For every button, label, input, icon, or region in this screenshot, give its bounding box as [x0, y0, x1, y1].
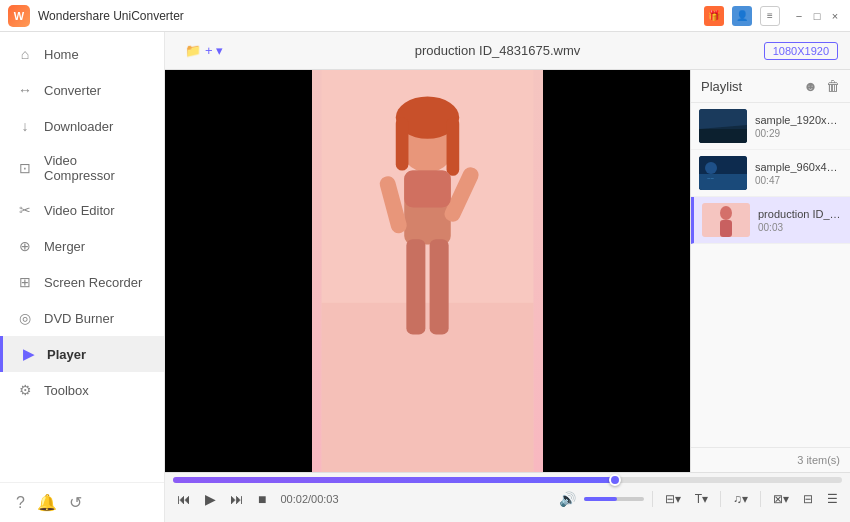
- minimize-button[interactable]: −: [792, 9, 806, 23]
- playlist-delete-icon[interactable]: 🗑: [826, 78, 840, 94]
- app-title: Wondershare UniConverter: [38, 9, 704, 23]
- svg-text:~~: ~~: [707, 175, 715, 181]
- svg-rect-21: [720, 220, 732, 237]
- divider-1: [652, 491, 653, 507]
- sidebar-nav: ⌂ Home ↔ Converter ↓ Downloader ⊡ Video …: [0, 32, 164, 482]
- sidebar-label-dvd-burner: DVD Burner: [44, 311, 114, 326]
- sidebar-item-screen-recorder[interactable]: ⊞ Screen Recorder: [0, 264, 164, 300]
- recorder-icon: ⊞: [16, 273, 34, 291]
- playlist-panel: Playlist ☻ 🗑: [690, 70, 850, 472]
- stop-button[interactable]: ■: [254, 489, 270, 509]
- merger-icon: ⊕: [16, 237, 34, 255]
- sidebar-item-home[interactable]: ⌂ Home: [0, 36, 164, 72]
- sidebar-item-player[interactable]: ▶ Player: [0, 336, 164, 372]
- playlist-title: Playlist: [701, 79, 742, 94]
- video-right-letterbox: [543, 70, 690, 472]
- user-icon[interactable]: 👤: [732, 6, 752, 26]
- svg-rect-12: [404, 171, 451, 208]
- player-controls: ⏮ ▶ ⏭ ■ 00:02/00:03 🔊 ⊟▾ T▾ ♫▾ ⊠▾: [165, 472, 850, 522]
- audio-button[interactable]: ♫▾: [729, 490, 752, 508]
- video-player[interactable]: [165, 70, 690, 472]
- progress-bar[interactable]: [173, 477, 842, 483]
- more-button[interactable]: ☰: [823, 490, 842, 508]
- toolbox-icon: ⚙: [16, 381, 34, 399]
- divider-2: [720, 491, 721, 507]
- volume-slider[interactable]: [584, 497, 644, 501]
- sidebar-item-toolbox[interactable]: ⚙ Toolbox: [0, 372, 164, 408]
- playlist-info-0: sample_1920x10... 00:29: [755, 114, 842, 139]
- dvd-icon: ◎: [16, 309, 34, 327]
- main-layout: ⌂ Home ↔ Converter ↓ Downloader ⊡ Video …: [0, 32, 850, 522]
- sidebar-label-video-editor: Video Editor: [44, 203, 115, 218]
- volume-icon[interactable]: 🔊: [555, 489, 580, 509]
- playlist-name-1: sample_960x400...: [755, 161, 842, 173]
- progress-thumb: [609, 474, 621, 486]
- sidebar-item-video-editor[interactable]: ✂ Video Editor: [0, 192, 164, 228]
- filename-display: production ID_4831675.wmv: [243, 43, 752, 58]
- volume-group: 🔊: [555, 489, 644, 509]
- play-button[interactable]: ▶: [201, 489, 220, 509]
- notification-icon[interactable]: 🔔: [37, 493, 57, 512]
- progress-fill: [173, 477, 615, 483]
- playlist-info-1: sample_960x400... 00:47: [755, 161, 842, 186]
- divider-3: [760, 491, 761, 507]
- content-topbar: 📁 + ▾ production ID_4831675.wmv 1080X192…: [165, 32, 850, 70]
- compressor-icon: ⊡: [16, 159, 34, 177]
- window-controls: − □ ×: [792, 9, 842, 23]
- sidebar: ⌂ Home ↔ Converter ↓ Downloader ⊡ Video …: [0, 32, 165, 522]
- sidebar-item-merger[interactable]: ⊕ Merger: [0, 228, 164, 264]
- add-button-label: + ▾: [205, 43, 223, 58]
- playlist-name-0: sample_1920x10...: [755, 114, 842, 126]
- refresh-icon[interactable]: ↺: [69, 493, 82, 512]
- sidebar-label-screen-recorder: Screen Recorder: [44, 275, 142, 290]
- playlist-item-2[interactable]: production ID_4... 00:03: [691, 197, 850, 244]
- menu-icon[interactable]: ≡: [760, 6, 780, 26]
- captions-button[interactable]: ⊟▾: [661, 490, 685, 508]
- prev-button[interactable]: ⏮: [173, 489, 195, 509]
- playlist-info-2: production ID_4... 00:03: [758, 208, 842, 233]
- sidebar-item-downloader[interactable]: ↓ Downloader: [0, 108, 164, 144]
- playlist-duration-0: 00:29: [755, 128, 842, 139]
- close-button[interactable]: ×: [828, 9, 842, 23]
- next-button[interactable]: ⏭: [226, 489, 248, 509]
- playlist-item-0[interactable]: sample_1920x10... 00:29: [691, 103, 850, 150]
- home-icon: ⌂: [16, 45, 34, 63]
- playlist-thumb-2: [702, 203, 750, 237]
- svg-rect-6: [447, 118, 460, 176]
- playlist-item-1[interactable]: ~~ sample_960x400... 00:47: [691, 150, 850, 197]
- video-left-letterbox: [165, 70, 312, 472]
- playlist-duration-2: 00:03: [758, 222, 842, 233]
- help-icon[interactable]: ?: [16, 494, 25, 512]
- playlist-settings-icon[interactable]: ☻: [803, 78, 818, 94]
- playlist-name-2: production ID_4...: [758, 208, 842, 220]
- downloader-icon: ↓: [16, 117, 34, 135]
- gift-icon[interactable]: 🎁: [704, 6, 724, 26]
- editor-icon: ✂: [16, 201, 34, 219]
- maximize-button[interactable]: □: [810, 9, 824, 23]
- playlist-thumb-0: [699, 109, 747, 143]
- svg-point-17: [705, 162, 717, 174]
- controls-row: ⏮ ▶ ⏭ ■ 00:02/00:03 🔊 ⊟▾ T▾ ♫▾ ⊠▾: [173, 489, 842, 509]
- text-button[interactable]: T▾: [691, 490, 712, 508]
- add-media-button[interactable]: 📁 + ▾: [177, 39, 231, 62]
- sidebar-label-merger: Merger: [44, 239, 85, 254]
- fullscreen-button[interactable]: ⊟: [799, 490, 817, 508]
- screenshot-button[interactable]: ⊠▾: [769, 490, 793, 508]
- sidebar-item-dvd-burner[interactable]: ◎ DVD Burner: [0, 300, 164, 336]
- sidebar-label-downloader: Downloader: [44, 119, 113, 134]
- app-logo: W: [8, 5, 30, 27]
- svg-rect-5: [396, 118, 409, 171]
- sidebar-label-converter: Converter: [44, 83, 101, 98]
- playlist-header-icons: ☻ 🗑: [803, 78, 840, 94]
- svg-point-20: [720, 206, 732, 220]
- thumb-landscape-img: [699, 109, 747, 143]
- svg-rect-2: [322, 303, 534, 472]
- playlist-footer: 3 item(s): [691, 447, 850, 472]
- sidebar-item-video-compressor[interactable]: ⊡ Video Compressor: [0, 144, 164, 192]
- sidebar-label-home: Home: [44, 47, 79, 62]
- content-area: 📁 + ▾ production ID_4831675.wmv 1080X192…: [165, 32, 850, 522]
- sidebar-label-player: Player: [47, 347, 86, 362]
- sidebar-item-converter[interactable]: ↔ Converter: [0, 72, 164, 108]
- sidebar-label-video-compressor: Video Compressor: [44, 153, 148, 183]
- converter-icon: ↔: [16, 81, 34, 99]
